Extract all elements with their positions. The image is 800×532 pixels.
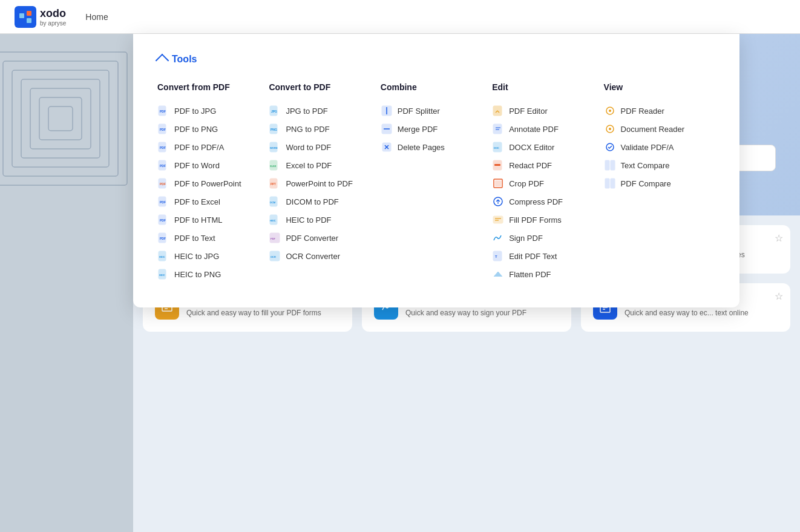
svg-text:WORD: WORD — [270, 146, 278, 149]
menu-item-ppt-to-pdf[interactable]: PPT PowerPoint to PDF — [269, 174, 368, 192]
svg-text:PPT: PPT — [270, 183, 276, 186]
menu-item-pdf-to-png[interactable]: PDF PDF to PNG — [157, 120, 257, 138]
menu-item-heic-to-jpg[interactable]: HEIC HEIC to JPG — [157, 247, 257, 265]
card-desc: Quick and easy way to sign your PDF — [405, 308, 559, 318]
edit-header: Edit — [492, 82, 591, 92]
menu-item-jpg-to-pdf[interactable]: JPG JPG to PDF — [269, 102, 368, 120]
menu-item-pdf-to-ppt[interactable]: PDF PDF to PowerPoint — [157, 174, 257, 192]
nav-home[interactable]: Home — [85, 12, 108, 22]
svg-text:JPG: JPG — [271, 110, 277, 113]
edit-column: Edit PDF Editor Annotate PDF DOC DOCX Ed… — [492, 82, 603, 283]
menu-item-excel-to-pdf[interactable]: XLSX Excel to PDF — [269, 156, 368, 174]
svg-text:HEIC: HEIC — [159, 255, 165, 258]
logo-name: xodo — [40, 7, 66, 20]
menu-item-pdf-splitter[interactable]: PDF Splitter — [381, 102, 480, 120]
menu-item-pdf-to-html[interactable]: PDF PDF to HTML — [157, 211, 257, 229]
svg-text:PDF: PDF — [160, 146, 166, 149]
star-icon[interactable]: ☆ — [775, 232, 783, 244]
logo: xodo by apryse — [15, 6, 66, 28]
menu-item-crop-pdf[interactable]: Crop PDF — [492, 174, 591, 192]
menu-item-heic-to-pdf[interactable]: HEIC HEIC to PDF — [269, 211, 368, 229]
menu-item-document-reader[interactable]: Document Reader — [604, 120, 703, 138]
svg-text:DCM: DCM — [270, 201, 276, 204]
svg-text:DOC: DOC — [494, 146, 499, 149]
star-icon[interactable]: ☆ — [775, 291, 783, 302]
menu-item-fill-forms[interactable]: Fill PDF Forms — [492, 211, 591, 229]
view-column: View PDF Reader Document Reader Validate… — [604, 82, 715, 283]
menu-item-png-to-pdf[interactable]: PNG PNG to PDF — [269, 120, 368, 138]
convert-to-pdf-column: Convert to PDF JPG JPG to PDF PNG PNG to… — [269, 82, 380, 283]
dropdown-header[interactable]: Tools — [157, 53, 715, 65]
svg-rect-24 — [15, 6, 36, 28]
header: xodo by apryse Home — [0, 0, 800, 34]
svg-rect-74 — [493, 124, 502, 134]
chevron-up-icon — [156, 54, 169, 68]
menu-item-pdf-to-word[interactable]: PDF PDF to Word — [157, 156, 257, 174]
menu-item-pdf-to-excel[interactable]: PDF PDF to Excel — [157, 192, 257, 211]
svg-rect-26 — [27, 11, 31, 16]
menu-item-flatten-pdf[interactable]: Flatten PDF — [492, 265, 591, 283]
menu-item-heic-to-png[interactable]: HEIC HEIC to PNG — [157, 265, 257, 283]
menu-item-pdf-to-jpg[interactable]: PDF PDF to JPG — [157, 102, 257, 120]
svg-text:PDF: PDF — [160, 164, 166, 168]
menu-item-annotate-pdf[interactable]: Annotate PDF — [492, 120, 591, 138]
menu-item-compress-pdf[interactable]: Compress PDF — [492, 192, 591, 211]
svg-text:PDF: PDF — [160, 237, 166, 240]
menu-item-validate-pdfa[interactable]: Validate PDF/A — [604, 138, 703, 156]
menu-item-dicom-to-pdf[interactable]: DCM DICOM to PDF — [269, 192, 368, 211]
svg-point-90 — [609, 128, 611, 130]
menu-item-pdf-compare[interactable]: PDF Compare — [604, 174, 703, 192]
menu-item-pdf-reader[interactable]: PDF Reader — [604, 102, 703, 120]
card-desc: Quick and easy way to fill your PDF form… — [186, 308, 340, 318]
menu-item-text-compare[interactable]: Text Compare — [604, 156, 703, 174]
convert-to-pdf-header: Convert to PDF — [269, 82, 368, 92]
svg-text:HEIC: HEIC — [159, 274, 165, 277]
svg-text:OCR: OCR — [270, 255, 276, 258]
svg-rect-93 — [611, 160, 615, 170]
svg-text:T: T — [495, 255, 497, 258]
convert-from-pdf-column: Convert from PDF PDF PDF to JPG PDF PDF … — [157, 82, 269, 283]
svg-text:PDF: PDF — [160, 182, 166, 186]
convert-from-pdf-header: Convert from PDF — [157, 82, 257, 92]
menu-item-merge-pdf[interactable]: Merge PDF — [381, 120, 480, 138]
tools-dropdown: Tools Convert from PDF PDF PDF to JPG PD… — [133, 34, 739, 307]
menu-item-pdf-editor[interactable]: PDF Editor — [492, 102, 591, 120]
svg-rect-92 — [605, 160, 609, 170]
svg-rect-78 — [494, 164, 500, 166]
svg-text:PDF: PDF — [160, 218, 166, 222]
combine-column: Combine PDF Splitter Merge PDF Delete Pa… — [381, 82, 492, 283]
menu-item-sign-pdf[interactable]: Sign PDF — [492, 229, 591, 247]
menu-item-docx-editor[interactable]: DOC DOCX Editor — [492, 138, 591, 156]
logo-sub: by apryse — [40, 20, 66, 27]
view-header: View — [604, 82, 703, 92]
menu-item-edit-pdf-text[interactable]: T Edit PDF Text — [492, 247, 591, 265]
svg-text:PDF: PDF — [160, 200, 166, 204]
svg-text:PDF: PDF — [160, 128, 166, 131]
svg-rect-95 — [611, 179, 615, 188]
menu-item-pdf-to-pdfa[interactable]: PDF PDF to PDF/A — [157, 138, 257, 156]
menu-item-pdf-to-text[interactable]: PDF PDF to Text — [157, 229, 257, 247]
svg-rect-94 — [605, 179, 609, 188]
svg-text:PDF: PDF — [270, 237, 276, 240]
svg-point-88 — [609, 110, 611, 112]
svg-text:PDF: PDF — [160, 110, 166, 113]
menu-item-word-to-pdf[interactable]: WORD Word to PDF — [269, 138, 368, 156]
svg-rect-25 — [19, 13, 24, 18]
tools-label: Tools — [172, 54, 197, 65]
svg-rect-80 — [495, 180, 501, 186]
menu-item-ocr-converter[interactable]: OCR OCR Converter — [269, 247, 368, 265]
menu-item-pdf-converter[interactable]: PDF PDF Converter — [269, 229, 368, 247]
svg-rect-27 — [27, 18, 31, 23]
svg-rect-82 — [493, 216, 503, 223]
svg-text:HEIC: HEIC — [270, 219, 276, 222]
menu-item-redact-pdf[interactable]: Redact PDF — [492, 156, 591, 174]
card-desc: Quick and easy way to ec... text online — [625, 308, 778, 318]
combine-header: Combine — [381, 82, 480, 92]
menu-grid: Convert from PDF PDF PDF to JPG PDF PDF … — [157, 82, 715, 283]
svg-text:PNG: PNG — [270, 128, 277, 131]
svg-text:XLSX: XLSX — [270, 165, 277, 168]
menu-item-delete-pages[interactable]: Delete Pages — [381, 138, 480, 156]
